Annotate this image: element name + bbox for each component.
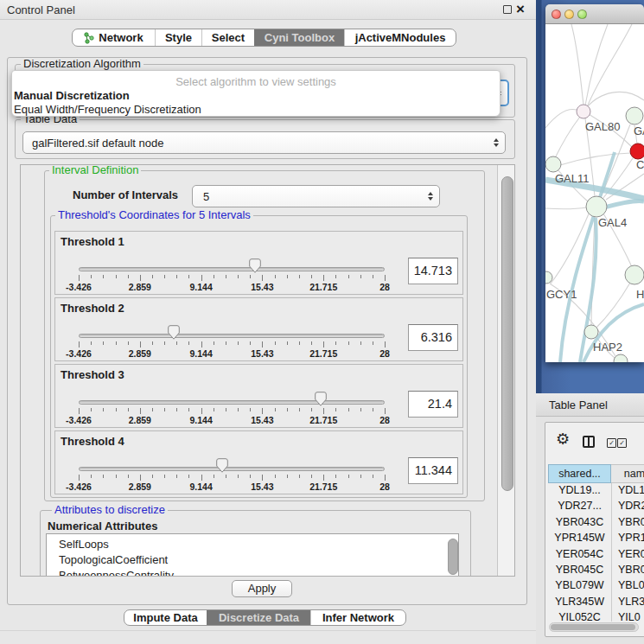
minimize-window-icon[interactable] [564, 10, 574, 19]
threshold-value-input[interactable]: 6.316 [408, 324, 458, 351]
checkbox-icon[interactable]: ✓ [607, 438, 616, 448]
slider-tick [287, 408, 288, 411]
close-window-icon[interactable] [552, 10, 561, 19]
bottom-tab-discretize-data[interactable]: Discretize Data [207, 610, 310, 625]
slider-tick [214, 408, 214, 411]
tab-jactivemnodules[interactable]: jActiveMNodules [344, 29, 456, 46]
slider-tick [250, 475, 251, 478]
table-cell-shared-name[interactable]: YDR27... [548, 500, 611, 512]
settings-scrollbar-track[interactable] [497, 165, 515, 576]
slider-thumb[interactable] [168, 325, 180, 340]
tab-network[interactable]: Network [73, 29, 155, 46]
table-cell-shared-name[interactable]: YBL079W [548, 579, 611, 591]
slider-tick [299, 475, 300, 478]
slider-tick-label: 9.144 [182, 415, 220, 425]
network-node-gcy1[interactable] [545, 271, 552, 284]
bottom-tab-label: Discretize Data [219, 611, 299, 624]
table-row[interactable]: YDR27...YDR2 [548, 500, 644, 515]
bottom-tab-infer-network[interactable]: Infer Network [310, 610, 405, 625]
checkbox-icon[interactable]: ✓ [617, 438, 627, 448]
table-cell-name[interactable]: YDL1 [618, 484, 644, 496]
slider-track[interactable] [79, 267, 385, 271]
slider-thumb[interactable] [249, 258, 261, 273]
table-row[interactable]: YBR045CYBR0 [548, 564, 644, 579]
apply-button[interactable]: Apply [232, 580, 292, 597]
network-canvas[interactable]: GAL80GACGAL11GAL4GCY1HHAP2 [545, 24, 644, 362]
tab-cyni-toolbox[interactable]: Cyni Toolbox [254, 29, 344, 46]
list-item-topologicalcoefficient[interactable]: TopologicalCoefficient [59, 552, 168, 568]
slider-tick [250, 341, 251, 345]
slider-tick [152, 475, 153, 478]
slider-tick [311, 341, 312, 345]
slider-tick [176, 341, 177, 345]
table-cell-shared-name[interactable]: YBR043C [548, 516, 611, 528]
table-cell-shared-name[interactable]: YLR345W [548, 596, 611, 608]
network-node-ga[interactable] [626, 107, 643, 124]
slider-thumb[interactable] [315, 392, 327, 406]
slider-tick [250, 408, 251, 411]
settings-scrollbar-thumb[interactable] [501, 176, 513, 491]
list-scrollbar-thumb[interactable] [448, 539, 458, 575]
threshold-value-input[interactable]: 11.344 [408, 457, 458, 484]
table-data-combo[interactable]: galFiltered.sif default node [22, 131, 506, 154]
column-layout-icon[interactable] [583, 436, 595, 448]
table-row[interactable]: YBL079WYBL0 [548, 579, 644, 595]
number-of-intervals-combo[interactable]: 5 [192, 185, 440, 207]
table-row[interactable]: YER054CYER0 [548, 548, 644, 564]
close-icon[interactable]: × [516, 0, 525, 18]
dropdown-option-equal-width-frequency[interactable]: Equal Width/Frequency Discretization [14, 103, 201, 116]
slider-tick [311, 275, 312, 278]
network-node-hap2[interactable] [584, 325, 598, 339]
table-cell-shared-name[interactable]: YER054C [548, 548, 611, 560]
table-cell-name[interactable]: YPR1 [618, 532, 644, 544]
slider-tick [79, 341, 80, 348]
table-cell-shared-name[interactable]: YPR145W [548, 532, 611, 544]
network-node-gal80[interactable] [577, 105, 590, 118]
table-row[interactable]: YBR043CYBR0 [548, 516, 644, 532]
network-node-h[interactable] [625, 265, 644, 284]
table-cell-name[interactable]: YLR3 [618, 596, 644, 608]
table-cell-name[interactable]: YBR0 [618, 564, 644, 576]
slider-tick-label: 2.859 [121, 481, 159, 492]
column-header-name[interactable]: name [611, 464, 644, 483]
panel-title: Control Panel [7, 3, 75, 16]
network-node-c[interactable] [630, 143, 644, 159]
tab-style[interactable]: Style [155, 29, 201, 46]
list-item-betweennesscentrality[interactable]: BetweennessCentrality [59, 568, 174, 577]
threshold-value-input[interactable]: 14.713 [408, 258, 458, 284]
network-node-gal11[interactable] [545, 156, 561, 172]
gear-icon[interactable]: ⚙ [556, 430, 570, 449]
network-node[interactable] [614, 354, 628, 362]
table-cell-name[interactable]: YBR0 [618, 516, 644, 528]
zoom-window-icon[interactable] [577, 10, 587, 19]
float-panel-icon[interactable] [503, 5, 512, 14]
table-cell-name[interactable]: YER0 [618, 548, 644, 560]
table-row[interactable]: YDL19...YDL1 [548, 484, 644, 500]
table-row[interactable]: YPR145WYPR1 [548, 532, 644, 547]
slider-tick [385, 275, 386, 281]
table-cell-name[interactable]: YDR2 [618, 500, 644, 512]
table-row[interactable]: YLR345WYLR3 [548, 596, 644, 611]
table-hscrollbar-track[interactable] [549, 622, 639, 632]
slider-track[interactable] [79, 467, 385, 471]
slider-tick [116, 275, 117, 278]
threshold-value-input[interactable]: 21.4 [408, 391, 458, 418]
list-item-selfloops[interactable]: SelfLoops [59, 537, 109, 552]
table-hscrollbar-thumb[interactable] [551, 624, 635, 630]
table-cell-name[interactable]: YBL0 [618, 579, 644, 591]
slider-track[interactable] [79, 334, 385, 338]
slider-tick-label: 9.144 [182, 348, 220, 359]
bottom-tab-label: Infer Network [322, 611, 394, 624]
network-node-gal4[interactable] [586, 196, 607, 217]
column-header-shared-name[interactable]: shared... [548, 464, 611, 483]
table-cell-shared-name[interactable]: YDL19... [548, 484, 611, 496]
slider-tick-label: 15.43 [243, 348, 281, 359]
slider-track[interactable] [79, 400, 385, 405]
dropdown-option-manual-discretization[interactable]: Manual Discretization [14, 89, 130, 102]
table-cell-shared-name[interactable]: YBR045C [548, 564, 611, 576]
network-edge [560, 153, 631, 165]
slider-thumb[interactable] [216, 458, 228, 473]
slider-tick [275, 408, 276, 411]
tab-select[interactable]: Select [201, 29, 254, 46]
bottom-tab-impute-data[interactable]: Impute Data [124, 610, 207, 625]
